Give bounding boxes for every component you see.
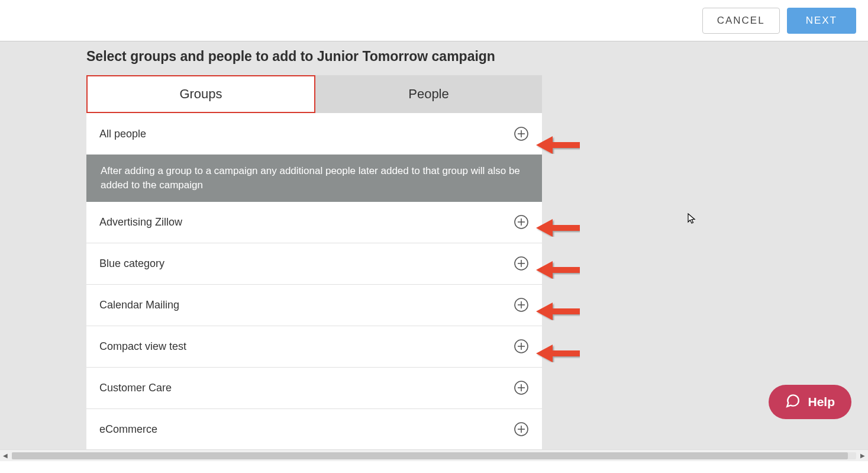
- tab-people[interactable]: People: [315, 75, 542, 113]
- svg-rect-25: [550, 267, 580, 273]
- add-icon[interactable]: [514, 421, 529, 437]
- scroll-thumb[interactable]: [12, 452, 848, 459]
- svg-rect-27: [550, 308, 580, 314]
- selection-panel: Select groups and people to add to Junio…: [86, 49, 542, 451]
- list-item-label: Compact view test: [99, 340, 186, 353]
- annotation-arrow-icon: [536, 345, 580, 362]
- list-item[interactable]: Compact view test: [86, 326, 542, 368]
- list-item-label: Blue category: [99, 258, 164, 270]
- tab-groups[interactable]: Groups: [86, 75, 315, 113]
- list-item[interactable]: Blue category: [86, 243, 542, 285]
- svg-marker-28: [536, 303, 553, 320]
- list-item[interactable]: Advertising Zillow: [86, 202, 542, 243]
- list-item-label: eCommerce: [99, 423, 157, 436]
- next-button[interactable]: NEXT: [787, 8, 856, 34]
- scroll-right-icon[interactable]: ▶: [857, 450, 868, 462]
- horizontal-scrollbar[interactable]: ◀ ▶: [0, 449, 868, 461]
- header-bar: CANCEL NEXT: [0, 0, 868, 41]
- annotation-arrow-icon: [536, 136, 580, 154]
- add-icon[interactable]: [514, 339, 529, 354]
- page-title: Select groups and people to add to Junio…: [86, 49, 542, 65]
- svg-marker-30: [536, 345, 553, 362]
- list-item-label: Calendar Mailing: [99, 299, 179, 311]
- help-button[interactable]: Help: [769, 385, 851, 419]
- list-item-label: Advertising Zillow: [99, 216, 182, 229]
- cancel-button[interactable]: CANCEL: [702, 8, 780, 34]
- add-icon[interactable]: [514, 256, 529, 271]
- add-icon[interactable]: [514, 214, 529, 230]
- svg-rect-21: [550, 142, 580, 148]
- list-item-label: All people: [99, 128, 146, 140]
- list-item[interactable]: eCommerce: [86, 409, 542, 451]
- info-banner: After adding a group to a campaign any a…: [86, 155, 542, 202]
- svg-marker-26: [536, 261, 553, 279]
- group-list: All people After adding a group to a cam…: [86, 113, 542, 451]
- chat-icon: [785, 393, 801, 411]
- help-label: Help: [808, 395, 835, 409]
- list-item[interactable]: Calendar Mailing: [86, 285, 542, 326]
- annotation-arrow-icon: [536, 261, 580, 279]
- tabs: Groups People: [86, 75, 542, 113]
- mouse-cursor-icon: [688, 213, 697, 225]
- svg-marker-22: [536, 136, 553, 154]
- annotation-arrow-icon: [536, 219, 580, 237]
- add-icon[interactable]: [514, 297, 529, 313]
- list-item-label: Customer Care: [99, 382, 172, 394]
- add-icon[interactable]: [514, 126, 529, 141]
- annotation-arrow-icon: [536, 303, 580, 320]
- list-item[interactable]: Customer Care: [86, 368, 542, 409]
- body-area: Select groups and people to add to Junio…: [0, 41, 868, 461]
- svg-rect-29: [550, 350, 580, 356]
- svg-rect-23: [550, 225, 580, 231]
- scroll-track[interactable]: [12, 452, 856, 459]
- list-item[interactable]: All people: [86, 113, 542, 155]
- add-icon[interactable]: [514, 380, 529, 395]
- svg-marker-24: [536, 219, 553, 237]
- scroll-left-icon[interactable]: ◀: [0, 450, 11, 462]
